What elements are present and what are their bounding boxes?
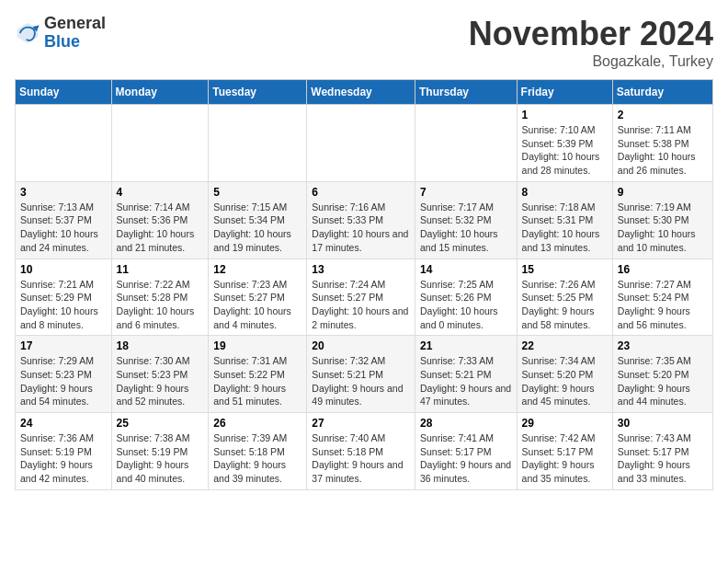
- calendar-cell: 15Sunrise: 7:26 AM Sunset: 5:25 PM Dayli…: [517, 259, 612, 336]
- day-number: 7: [420, 186, 512, 199]
- day-info: Sunrise: 7:33 AM Sunset: 5:21 PM Dayligh…: [420, 354, 512, 408]
- calendar-week-row: 10Sunrise: 7:21 AM Sunset: 5:29 PM Dayli…: [16, 259, 713, 336]
- calendar-cell: 4Sunrise: 7:14 AM Sunset: 5:36 PM Daylig…: [111, 181, 209, 259]
- logo-blue-text: Blue: [44, 33, 106, 52]
- day-info: Sunrise: 7:21 AM Sunset: 5:29 PM Dayligh…: [20, 278, 107, 332]
- day-number: 15: [522, 263, 608, 276]
- calendar-cell: 5Sunrise: 7:15 AM Sunset: 5:34 PM Daylig…: [209, 181, 307, 259]
- day-info: Sunrise: 7:38 AM Sunset: 5:19 PM Dayligh…: [117, 431, 204, 486]
- day-info: Sunrise: 7:23 AM Sunset: 5:27 PM Dayligh…: [213, 278, 301, 332]
- logo-text: General Blue: [44, 15, 106, 52]
- calendar-cell: 12Sunrise: 7:23 AM Sunset: 5:27 PM Dayli…: [209, 259, 307, 336]
- calendar-cell: 6Sunrise: 7:16 AM Sunset: 5:33 PM Daylig…: [307, 181, 415, 259]
- weekday-header-thursday: Thursday: [415, 80, 517, 105]
- day-number: 30: [618, 417, 708, 430]
- logo-icon: [15, 20, 40, 46]
- calendar-cell: 21Sunrise: 7:33 AM Sunset: 5:21 PM Dayli…: [415, 336, 517, 413]
- day-info: Sunrise: 7:27 AM Sunset: 5:24 PM Dayligh…: [618, 278, 708, 332]
- weekday-header-sunday: Sunday: [16, 80, 112, 105]
- calendar-cell: 11Sunrise: 7:22 AM Sunset: 5:28 PM Dayli…: [111, 259, 209, 336]
- calendar-cell: 24Sunrise: 7:36 AM Sunset: 5:19 PM Dayli…: [16, 413, 112, 490]
- calendar-cell: 19Sunrise: 7:31 AM Sunset: 5:22 PM Dayli…: [209, 336, 307, 413]
- weekday-header-wednesday: Wednesday: [307, 80, 415, 105]
- calendar-cell: 17Sunrise: 7:29 AM Sunset: 5:23 PM Dayli…: [16, 336, 112, 413]
- logo-general-text: General: [44, 15, 106, 33]
- month-title: November 2024: [469, 15, 713, 53]
- day-info: Sunrise: 7:15 AM Sunset: 5:34 PM Dayligh…: [213, 201, 301, 255]
- day-info: Sunrise: 7:18 AM Sunset: 5:31 PM Dayligh…: [522, 201, 608, 255]
- day-number: 5: [213, 186, 301, 199]
- day-number: 27: [312, 417, 410, 430]
- calendar-cell: 1Sunrise: 7:10 AM Sunset: 5:39 PM Daylig…: [517, 105, 612, 182]
- day-info: Sunrise: 7:22 AM Sunset: 5:28 PM Dayligh…: [117, 278, 204, 332]
- day-number: 1: [522, 109, 608, 121]
- day-number: 4: [117, 186, 204, 199]
- day-number: 25: [117, 417, 204, 430]
- day-number: 2: [618, 109, 708, 121]
- day-info: Sunrise: 7:16 AM Sunset: 5:33 PM Dayligh…: [312, 201, 410, 255]
- calendar-cell: 14Sunrise: 7:25 AM Sunset: 5:26 PM Dayli…: [415, 259, 517, 336]
- day-number: 16: [618, 263, 708, 276]
- day-info: Sunrise: 7:11 AM Sunset: 5:38 PM Dayligh…: [618, 123, 708, 178]
- day-number: 12: [213, 263, 301, 276]
- day-info: Sunrise: 7:30 AM Sunset: 5:23 PM Dayligh…: [117, 354, 204, 408]
- calendar-week-row: 17Sunrise: 7:29 AM Sunset: 5:23 PM Dayli…: [16, 336, 713, 413]
- day-number: 18: [117, 339, 204, 352]
- calendar-cell: 10Sunrise: 7:21 AM Sunset: 5:29 PM Dayli…: [16, 259, 112, 336]
- day-number: 26: [213, 417, 301, 430]
- day-info: Sunrise: 7:36 AM Sunset: 5:19 PM Dayligh…: [20, 431, 107, 486]
- calendar-header-row: SundayMondayTuesdayWednesdayThursdayFrid…: [16, 80, 713, 105]
- calendar-cell: 27Sunrise: 7:40 AM Sunset: 5:18 PM Dayli…: [307, 413, 415, 490]
- calendar-cell: 9Sunrise: 7:19 AM Sunset: 5:30 PM Daylig…: [612, 181, 712, 259]
- location-title: Bogazkale, Turkey: [469, 53, 713, 70]
- calendar-cell: 23Sunrise: 7:35 AM Sunset: 5:20 PM Dayli…: [612, 336, 712, 413]
- day-info: Sunrise: 7:35 AM Sunset: 5:20 PM Dayligh…: [618, 354, 708, 408]
- calendar-cell: [415, 105, 517, 182]
- day-number: 24: [20, 417, 107, 430]
- day-number: 8: [522, 186, 608, 199]
- logo: General Blue: [15, 15, 106, 52]
- calendar-cell: [307, 105, 415, 182]
- day-number: 29: [522, 417, 608, 430]
- day-info: Sunrise: 7:41 AM Sunset: 5:17 PM Dayligh…: [420, 431, 512, 486]
- day-number: 22: [522, 339, 608, 352]
- weekday-header-friday: Friday: [517, 80, 612, 105]
- calendar-cell: 29Sunrise: 7:42 AM Sunset: 5:17 PM Dayli…: [517, 413, 612, 490]
- weekday-header-saturday: Saturday: [612, 80, 712, 105]
- calendar-cell: 2Sunrise: 7:11 AM Sunset: 5:38 PM Daylig…: [612, 105, 712, 182]
- day-number: 9: [618, 186, 708, 199]
- calendar-cell: 28Sunrise: 7:41 AM Sunset: 5:17 PM Dayli…: [415, 413, 517, 490]
- day-info: Sunrise: 7:10 AM Sunset: 5:39 PM Dayligh…: [522, 123, 608, 178]
- day-info: Sunrise: 7:39 AM Sunset: 5:18 PM Dayligh…: [213, 431, 301, 486]
- calendar-week-row: 3Sunrise: 7:13 AM Sunset: 5:37 PM Daylig…: [16, 181, 713, 259]
- day-info: Sunrise: 7:24 AM Sunset: 5:27 PM Dayligh…: [312, 278, 410, 332]
- weekday-header-monday: Monday: [111, 80, 209, 105]
- day-info: Sunrise: 7:34 AM Sunset: 5:20 PM Dayligh…: [522, 354, 608, 408]
- day-number: 6: [312, 186, 410, 199]
- day-number: 17: [20, 339, 107, 352]
- day-info: Sunrise: 7:29 AM Sunset: 5:23 PM Dayligh…: [20, 354, 107, 408]
- calendar-cell: 7Sunrise: 7:17 AM Sunset: 5:32 PM Daylig…: [415, 181, 517, 259]
- calendar-cell: 20Sunrise: 7:32 AM Sunset: 5:21 PM Dayli…: [307, 336, 415, 413]
- day-info: Sunrise: 7:17 AM Sunset: 5:32 PM Dayligh…: [420, 201, 512, 255]
- calendar-week-row: 24Sunrise: 7:36 AM Sunset: 5:19 PM Dayli…: [16, 413, 713, 490]
- day-number: 20: [312, 339, 410, 352]
- day-number: 28: [420, 417, 512, 430]
- day-info: Sunrise: 7:43 AM Sunset: 5:17 PM Dayligh…: [618, 431, 708, 486]
- calendar-cell: [16, 105, 112, 182]
- calendar-cell: 8Sunrise: 7:18 AM Sunset: 5:31 PM Daylig…: [517, 181, 612, 259]
- day-info: Sunrise: 7:14 AM Sunset: 5:36 PM Dayligh…: [117, 201, 204, 255]
- calendar-cell: 16Sunrise: 7:27 AM Sunset: 5:24 PM Dayli…: [612, 259, 712, 336]
- day-number: 11: [117, 263, 204, 276]
- day-number: 3: [20, 186, 107, 199]
- calendar-cell: 30Sunrise: 7:43 AM Sunset: 5:17 PM Dayli…: [612, 413, 712, 490]
- header: General Blue November 2024 Bogazkale, Tu…: [15, 15, 713, 70]
- title-block: November 2024 Bogazkale, Turkey: [469, 15, 713, 70]
- calendar-cell: 18Sunrise: 7:30 AM Sunset: 5:23 PM Dayli…: [111, 336, 209, 413]
- day-info: Sunrise: 7:25 AM Sunset: 5:26 PM Dayligh…: [420, 278, 512, 332]
- day-number: 13: [312, 263, 410, 276]
- calendar-cell: 3Sunrise: 7:13 AM Sunset: 5:37 PM Daylig…: [16, 181, 112, 259]
- calendar-week-row: 1Sunrise: 7:10 AM Sunset: 5:39 PM Daylig…: [16, 105, 713, 182]
- day-number: 14: [420, 263, 512, 276]
- calendar-cell: [209, 105, 307, 182]
